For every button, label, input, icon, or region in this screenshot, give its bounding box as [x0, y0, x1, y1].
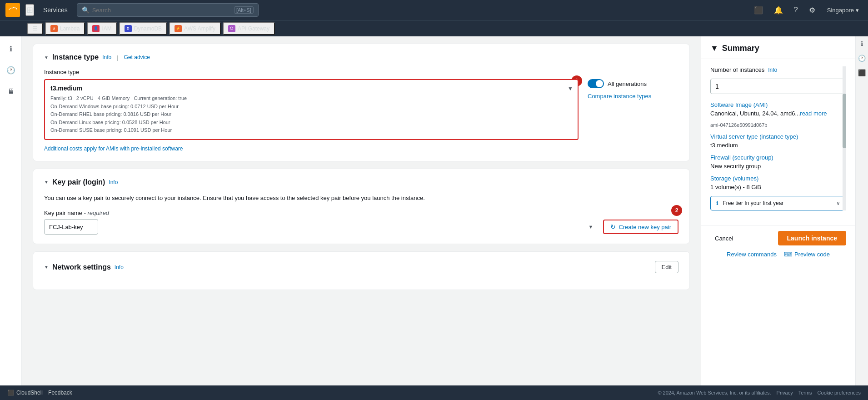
- compare-instance-types-link[interactable]: Compare instance types: [588, 93, 678, 100]
- free-tier-text-row: ℹ Free tier In your first year: [716, 200, 783, 206]
- privacy-link[interactable]: Privacy: [777, 390, 793, 395]
- preview-code-link[interactable]: ⌨ Preview code: [784, 251, 830, 258]
- network-edit-button[interactable]: Edit: [655, 261, 678, 273]
- storage-value: 1 volume(s) - 8 GiB: [710, 184, 846, 190]
- preview-code-icon: ⌨: [784, 251, 793, 258]
- grid-icon[interactable]: ⊞: [25, 4, 34, 16]
- gateway-badge: ⬡: [228, 25, 235, 32]
- instance-type-options: All generations Compare instance types: [588, 79, 678, 100]
- key-pair-select-wrapper: FCJ-Lab-key ▼: [44, 219, 598, 235]
- key-pair-section: ▼ Key pair (login) Info You can use a ke…: [33, 169, 690, 245]
- summary-title: ▼ Summary: [710, 44, 846, 53]
- network-settings-header: ▼ Network settings Info Edit: [44, 261, 678, 273]
- scrollbar-thumb[interactable]: [843, 94, 846, 148]
- all-generations-label: All generations: [608, 80, 647, 87]
- step-2-circle: 2: [671, 205, 682, 216]
- collapse-icon[interactable]: ▼: [44, 55, 49, 60]
- instances-info-link[interactable]: Info: [768, 67, 777, 73]
- instance-type-name: t3.medium: [50, 85, 572, 92]
- panel-footer: Cancel Launch instance Review commands ⌨…: [701, 225, 855, 267]
- key-pair-info-link[interactable]: Info: [109, 179, 118, 185]
- services-bar: ☰ λ Lambda 👤 IAM D DynamoDB ⚡ AWS Amplif…: [0, 20, 868, 36]
- select-arrow-icon: ▼: [588, 224, 593, 230]
- search-bar[interactable]: 🔍 [Alt+S]: [77, 3, 259, 17]
- pipe-separator: |: [117, 54, 118, 61]
- instance-type-section: ▼ Instance type Info | Get advice Instan…: [33, 44, 690, 161]
- key-pair-collapse-icon[interactable]: ▼: [44, 180, 49, 185]
- cloudshell-button[interactable]: ⬛ CloudShell: [7, 390, 43, 396]
- instance-type-detail: Family: t3 2 vCPU 4 GiB Memory Current g…: [50, 95, 572, 103]
- cancel-button[interactable]: Cancel: [710, 232, 738, 245]
- additional-costs-link[interactable]: Additional costs apply for AMIs with pre…: [44, 145, 678, 152]
- far-right-monitor-icon[interactable]: ⬛: [858, 69, 866, 76]
- far-right-clock-icon[interactable]: 🕐: [858, 55, 866, 62]
- far-right-info-icon[interactable]: ℹ: [861, 40, 863, 47]
- instance-type-selector-row: 1 t3.medium Family: t3 2 vCPU 4 GiB Memo…: [44, 79, 678, 140]
- info-circle-icon: ℹ: [716, 200, 718, 206]
- firewall-title[interactable]: Firewall (security group): [710, 154, 846, 161]
- read-more-link[interactable]: read more: [800, 110, 827, 117]
- aws-logo: [5, 3, 20, 17]
- region-selector[interactable]: Singapore ▾: [823, 5, 863, 15]
- settings-icon[interactable]: ⚙: [806, 4, 818, 16]
- instances-row: Number of instances Info: [710, 66, 846, 73]
- service-tag-dynamodb[interactable]: D DynamoDB: [119, 22, 167, 35]
- pricing-rhel: On-Demand RHEL base pricing: 0.0816 USD …: [50, 110, 572, 119]
- cloudshell-nav-icon[interactable]: ⬛: [751, 4, 766, 16]
- hamburger-icon: ☰: [33, 25, 38, 32]
- create-new-key-pair-button[interactable]: ↻ Create new key pair: [603, 220, 678, 234]
- virtual-server-title[interactable]: Virtual server type (instance type): [710, 133, 846, 140]
- ami-id: ami-047126e50991d067b: [710, 122, 846, 128]
- service-tag-lambda[interactable]: λ Lambda: [45, 22, 85, 35]
- pricing-linux: On-Demand Linux base pricing: 0.0528 USD…: [50, 119, 572, 127]
- instances-input[interactable]: [710, 79, 846, 94]
- feedback-button[interactable]: Feedback: [48, 390, 72, 396]
- instance-type-header: ▼ Instance type Info | Get advice: [44, 53, 678, 61]
- network-settings-section: ▼ Network settings Info Edit: [33, 251, 690, 290]
- lambda-badge: λ: [50, 25, 58, 32]
- network-info-link[interactable]: Info: [115, 264, 124, 270]
- instance-type-dropdown[interactable]: t3.medium Family: t3 2 vCPU 4 GiB Memory…: [44, 79, 579, 140]
- sidebar-monitor-icon[interactable]: 🖥: [5, 85, 17, 98]
- review-commands-link[interactable]: Review commands: [727, 251, 777, 258]
- network-collapse-icon[interactable]: ▼: [44, 265, 49, 270]
- bottom-bar: ⬛ CloudShell Feedback © 2024, Amazon Web…: [0, 385, 868, 400]
- search-input[interactable]: [92, 7, 231, 14]
- scrollbar-track[interactable]: [843, 66, 846, 210]
- launch-instance-button[interactable]: Launch instance: [778, 231, 846, 245]
- instance-type-title: Instance type: [52, 53, 99, 61]
- service-tag-iam[interactable]: 👤 IAM: [87, 22, 117, 35]
- service-tag-amplify[interactable]: ⚡ AWS Amplify: [169, 22, 221, 35]
- summary-body: Number of instances Info Software Image …: [701, 59, 855, 225]
- all-generations-toggle-row: All generations: [588, 79, 678, 88]
- bell-icon[interactable]: 🔔: [771, 4, 786, 16]
- terms-link[interactable]: Terms: [798, 390, 812, 395]
- software-image-title[interactable]: Software Image (AMI): [710, 101, 846, 108]
- get-advice-link[interactable]: Get advice: [124, 54, 150, 60]
- copyright-text: © 2024, Amazon Web Services, Inc. or its…: [658, 390, 771, 395]
- pricing-windows: On-Demand Windows base pricing: 0.0712 U…: [50, 103, 572, 111]
- network-settings-title: Network settings: [52, 263, 111, 271]
- all-generations-toggle[interactable]: [588, 79, 604, 88]
- key-pair-field-label: Key pair name - required: [44, 210, 678, 216]
- services-button[interactable]: Services: [40, 5, 71, 15]
- instances-label: Number of instances: [710, 66, 764, 73]
- free-tier-expand-icon[interactable]: ∨: [836, 200, 840, 206]
- panel-link-row: Review commands ⌨ Preview code: [710, 251, 846, 258]
- sidebar-menu-toggle[interactable]: ☰: [27, 23, 43, 35]
- iam-badge: 👤: [92, 25, 100, 32]
- help-icon[interactable]: ?: [791, 4, 801, 16]
- sidebar-history-icon[interactable]: 🕐: [4, 63, 18, 77]
- main-container: ℹ 🕐 🖥 ▼ Instance type Info | Get advice …: [0, 36, 868, 400]
- key-pair-select[interactable]: FCJ-Lab-key: [44, 219, 98, 235]
- bottom-legal: Privacy Terms Cookie preferences: [777, 390, 861, 395]
- storage-title[interactable]: Storage (volumes): [710, 175, 846, 182]
- service-tag-gateway[interactable]: ⬡ API Gateway: [223, 22, 275, 35]
- amplify-badge: ⚡: [175, 25, 182, 32]
- summary-collapse-icon[interactable]: ▼: [710, 44, 718, 53]
- sidebar-info-icon[interactable]: ℹ: [7, 42, 15, 56]
- cookie-preferences-link[interactable]: Cookie preferences: [818, 390, 861, 395]
- virtual-server-value: t3.medium: [710, 142, 846, 149]
- instance-type-info-link[interactable]: Info: [102, 54, 111, 60]
- far-right-panel: ℹ 🕐 ⬛: [855, 36, 868, 400]
